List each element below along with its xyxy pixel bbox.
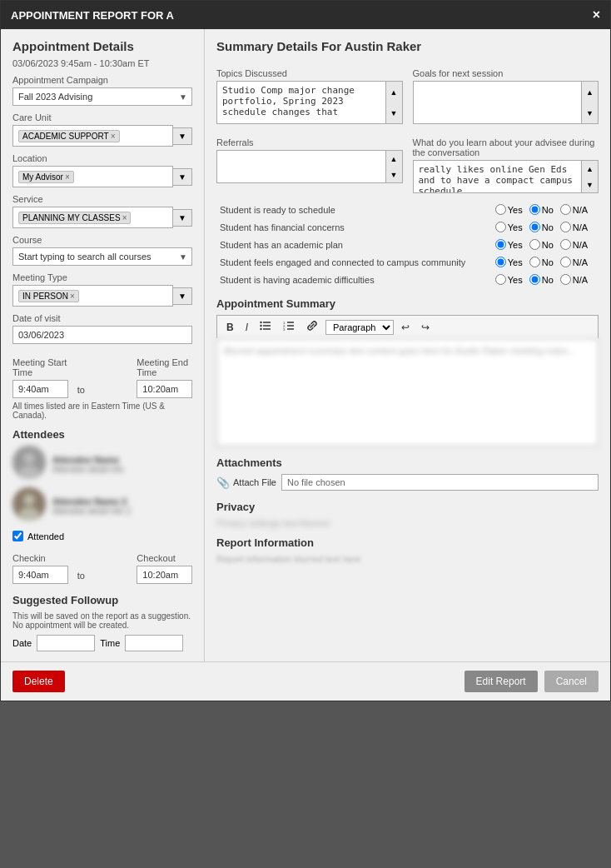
suggested-date-input[interactable] bbox=[37, 635, 95, 651]
care-unit-tag-box[interactable]: ACADEMIC SUPPORT × bbox=[12, 125, 173, 147]
bold-button[interactable]: B bbox=[222, 320, 238, 335]
student-ready-na[interactable]: N/A bbox=[560, 204, 588, 215]
topics-discussed-col: Topics Discussed Studio Comp major chang… bbox=[216, 62, 403, 124]
referrals-arrow-up[interactable]: ▲ bbox=[386, 151, 402, 167]
referrals-arrow-down[interactable]: ▼ bbox=[386, 167, 402, 182]
student-engaged-na[interactable]: N/A bbox=[560, 257, 588, 267]
delete-button[interactable]: Delete bbox=[12, 671, 65, 692]
student-difficulties-options: Yes No N/A bbox=[495, 274, 595, 285]
student-academic-plan-na[interactable]: N/A bbox=[560, 239, 588, 250]
student-ready-no[interactable]: No bbox=[529, 204, 554, 215]
topics-arrow-up[interactable]: ▲ bbox=[386, 82, 402, 102]
student-ready-options: Yes No N/A bbox=[495, 204, 595, 215]
attach-file-label: 📎 Attach File bbox=[216, 476, 276, 489]
student-difficulties-yes[interactable]: Yes bbox=[495, 274, 523, 285]
care-unit-tag: ACADEMIC SUPPORT × bbox=[18, 130, 120, 142]
student-difficulties-no[interactable]: No bbox=[529, 274, 554, 285]
student-engaged-yes[interactable]: Yes bbox=[495, 257, 523, 267]
edit-report-button[interactable]: Edit Report bbox=[464, 671, 538, 692]
svg-point-11 bbox=[260, 328, 261, 330]
student-difficulties-na[interactable]: N/A bbox=[560, 274, 588, 285]
student-engaged-no[interactable]: No bbox=[529, 257, 554, 267]
service-tag-remove[interactable]: × bbox=[122, 213, 127, 222]
editor-toolbar: B I 1.2.3. Paragraph ↩ ↪ bbox=[216, 315, 599, 338]
suggested-time-input[interactable] bbox=[125, 635, 183, 651]
student-academic-plan-yes[interactable]: Yes bbox=[495, 239, 523, 250]
referrals-col: Referrals ▲ ▼ bbox=[216, 131, 403, 193]
goals-arrow-up[interactable]: ▲ bbox=[582, 82, 598, 102]
appointment-report-modal: APPOINTMENT REPORT FOR A × Appointment D… bbox=[0, 0, 611, 701]
topics-goals-row: Topics Discussed Studio Comp major chang… bbox=[216, 62, 599, 124]
attach-file-row: 📎 Attach File No file chosen bbox=[216, 474, 599, 491]
student-engaged-label: Student feels engaged and connected to c… bbox=[220, 257, 465, 267]
meeting-type-dropdown-btn[interactable]: ▼ bbox=[173, 287, 192, 305]
report-info-title: Report Information bbox=[216, 536, 599, 549]
svg-point-2 bbox=[19, 466, 39, 479]
course-select-wrapper: Start typing to search all courses ▼ bbox=[12, 247, 192, 266]
location-tag-box[interactable]: My Advisor × bbox=[12, 166, 173, 187]
close-button[interactable]: × bbox=[593, 7, 600, 22]
learn-arrow-btns: ▲ ▼ bbox=[582, 160, 599, 193]
student-financial-row: Student has financial concerns Yes No N/… bbox=[218, 219, 597, 235]
date-label: Date bbox=[12, 638, 32, 648]
service-tag-box[interactable]: PLANNING MY CLASSES × bbox=[12, 207, 173, 228]
cancel-button[interactable]: Cancel bbox=[544, 671, 599, 692]
student-financial-no[interactable]: No bbox=[529, 222, 554, 232]
location-dropdown-btn[interactable]: ▼ bbox=[173, 168, 192, 186]
student-academic-plan-no[interactable]: No bbox=[529, 239, 554, 250]
editor-content[interactable]: Blurred appointment summary text content… bbox=[216, 338, 599, 446]
topics-textarea[interactable]: Studio Comp major change portfolio, Spri… bbox=[216, 81, 386, 124]
campaign-label: Appointment Campaign bbox=[12, 75, 192, 85]
link-button[interactable] bbox=[302, 318, 322, 336]
date-of-visit-input[interactable] bbox=[12, 326, 192, 344]
suggested-followup-title: Suggested Followup bbox=[12, 594, 192, 606]
learn-textarea[interactable]: really likes online Gen Eds and to have … bbox=[413, 160, 583, 193]
referrals-learn-row: Referrals ▲ ▼ What do you learn about yo… bbox=[216, 131, 599, 193]
learn-arrow-down[interactable]: ▼ bbox=[582, 177, 598, 192]
modal-header: APPOINTMENT REPORT FOR A × bbox=[1, 1, 610, 29]
checkout-label: Checkout bbox=[137, 553, 192, 563]
svg-point-4 bbox=[23, 494, 35, 506]
student-engaged-options: Yes No N/A bbox=[495, 257, 595, 267]
attendee-info-2: Attendee Name 2 Attendee detail info 2 bbox=[52, 496, 131, 516]
campaign-select[interactable]: Fall 2023 Advising bbox=[12, 87, 192, 106]
paragraph-select[interactable]: Paragraph bbox=[325, 320, 394, 335]
summary-title: Summary Details For Austin Raker bbox=[216, 39, 599, 53]
checkin-input[interactable] bbox=[12, 566, 68, 584]
location-tag-remove[interactable]: × bbox=[65, 172, 70, 182]
referrals-arrow-btns: ▲ ▼ bbox=[386, 150, 403, 183]
location-tag: My Advisor × bbox=[18, 171, 74, 183]
checkout-input[interactable] bbox=[137, 566, 192, 584]
list-ol-button[interactable]: 1.2.3. bbox=[279, 318, 299, 336]
goals-textarea[interactable] bbox=[413, 81, 583, 124]
appointment-date-range: 03/06/2023 9:45am - 10:30am ET bbox=[12, 58, 192, 68]
course-select[interactable]: Start typing to search all courses bbox=[12, 247, 192, 266]
meeting-end-time-input[interactable] bbox=[137, 380, 192, 398]
care-unit-dropdown-btn[interactable]: ▼ bbox=[173, 127, 192, 145]
list-ul-button[interactable] bbox=[256, 318, 276, 336]
suggested-followup-desc: This will be saved on the report as a su… bbox=[12, 611, 192, 630]
student-financial-label: Student has financial concerns bbox=[220, 222, 345, 232]
italic-button[interactable]: I bbox=[241, 320, 252, 335]
topics-arrow-down[interactable]: ▼ bbox=[386, 102, 402, 123]
student-academic-plan-label: Student has an academic plan bbox=[220, 240, 343, 250]
student-academic-plan-options: Yes No N/A bbox=[495, 239, 595, 250]
modal-title: APPOINTMENT REPORT FOR A bbox=[11, 9, 174, 22]
undo-button[interactable]: ↩ bbox=[397, 320, 414, 335]
student-difficulties-label: Student is having academic difficulties bbox=[220, 275, 375, 285]
service-dropdown-btn[interactable]: ▼ bbox=[173, 209, 192, 227]
redo-button[interactable]: ↪ bbox=[417, 320, 434, 335]
attended-checkbox[interactable] bbox=[12, 531, 23, 541]
care-unit-tag-remove[interactable]: × bbox=[111, 132, 116, 141]
meeting-type-tag-box[interactable]: IN PERSON × bbox=[12, 285, 173, 307]
student-ready-yes[interactable]: Yes bbox=[495, 204, 523, 215]
learn-arrow-up[interactable]: ▲ bbox=[582, 161, 598, 177]
meeting-type-tag-remove[interactable]: × bbox=[70, 292, 75, 301]
student-financial-yes[interactable]: Yes bbox=[495, 222, 523, 232]
student-financial-na[interactable]: N/A bbox=[560, 222, 588, 232]
meeting-start-time-input[interactable] bbox=[12, 380, 68, 398]
goals-arrow-down[interactable]: ▼ bbox=[582, 102, 598, 123]
referrals-textarea[interactable] bbox=[216, 150, 386, 183]
appointment-details-title: Appointment Details bbox=[12, 39, 192, 53]
suggested-followup-section: Suggested Followup This will be saved on… bbox=[12, 594, 192, 651]
